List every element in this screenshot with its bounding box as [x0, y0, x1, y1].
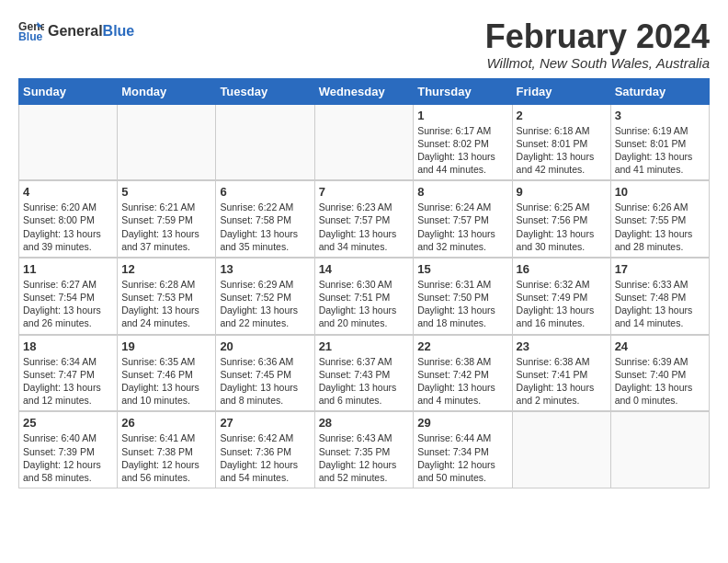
- logo-icon: General Blue: [18, 18, 44, 44]
- day-number: 9: [517, 185, 607, 199]
- day-number: 16: [517, 262, 607, 276]
- calendar-cell: 5Sunrise: 6:21 AM Sunset: 7:59 PM Daylig…: [118, 180, 216, 258]
- day-number: 6: [220, 185, 310, 199]
- day-info: Sunrise: 6:25 AM Sunset: 7:56 PM Dayligh…: [517, 201, 607, 253]
- logo: General Blue GeneralBlue: [18, 18, 134, 44]
- day-number: 15: [417, 262, 507, 276]
- calendar-cell: 16Sunrise: 6:32 AM Sunset: 7:49 PM Dayli…: [512, 258, 610, 335]
- calendar-cell: 3Sunrise: 6:19 AM Sunset: 8:01 PM Daylig…: [610, 104, 709, 180]
- day-number: 10: [615, 185, 705, 199]
- day-info: Sunrise: 6:32 AM Sunset: 7:49 PM Dayligh…: [517, 278, 607, 330]
- day-info: Sunrise: 6:37 AM Sunset: 7:43 PM Dayligh…: [319, 355, 410, 408]
- calendar-cell: [118, 104, 216, 180]
- day-number: 24: [615, 339, 705, 353]
- calendar-week-row: 1Sunrise: 6:17 AM Sunset: 8:02 PM Daylig…: [19, 104, 710, 180]
- logo-blue: Blue: [103, 23, 135, 39]
- day-info: Sunrise: 6:44 AM Sunset: 7:34 PM Dayligh…: [417, 431, 507, 484]
- day-number: 8: [417, 185, 507, 199]
- title-area: February 2024 Willmot, New South Wales, …: [485, 18, 710, 71]
- col-header-wednesday: Wednesday: [314, 78, 414, 104]
- day-info: Sunrise: 6:26 AM Sunset: 7:55 PM Dayligh…: [615, 201, 705, 253]
- calendar-cell: [216, 104, 314, 180]
- day-number: 25: [23, 416, 113, 430]
- calendar-cell: 7Sunrise: 6:23 AM Sunset: 7:57 PM Daylig…: [314, 180, 414, 258]
- day-info: Sunrise: 6:43 AM Sunset: 7:35 PM Dayligh…: [319, 431, 410, 484]
- calendar-cell: [19, 104, 118, 180]
- calendar-cell: 24Sunrise: 6:39 AM Sunset: 7:40 PM Dayli…: [610, 335, 709, 412]
- calendar-cell: 27Sunrise: 6:42 AM Sunset: 7:36 PM Dayli…: [216, 411, 314, 488]
- calendar-cell: 21Sunrise: 6:37 AM Sunset: 7:43 PM Dayli…: [314, 335, 414, 412]
- calendar-cell: [512, 411, 610, 488]
- day-info: Sunrise: 6:36 AM Sunset: 7:45 PM Dayligh…: [220, 355, 310, 408]
- month-year: February 2024: [485, 18, 710, 55]
- day-info: Sunrise: 6:31 AM Sunset: 7:50 PM Dayligh…: [417, 278, 507, 330]
- day-number: 4: [23, 185, 113, 199]
- calendar-cell: 15Sunrise: 6:31 AM Sunset: 7:50 PM Dayli…: [414, 258, 512, 335]
- calendar-week-row: 11Sunrise: 6:27 AM Sunset: 7:54 PM Dayli…: [19, 258, 710, 335]
- col-header-sunday: Sunday: [19, 78, 118, 104]
- col-header-saturday: Saturday: [610, 78, 709, 104]
- day-info: Sunrise: 6:28 AM Sunset: 7:53 PM Dayligh…: [121, 278, 211, 330]
- col-header-friday: Friday: [512, 78, 610, 104]
- page-header: General Blue GeneralBlue February 2024 W…: [18, 18, 710, 71]
- day-info: Sunrise: 6:27 AM Sunset: 7:54 PM Dayligh…: [23, 278, 113, 330]
- calendar-cell: [314, 104, 414, 180]
- day-info: Sunrise: 6:20 AM Sunset: 8:00 PM Dayligh…: [23, 201, 113, 253]
- day-info: Sunrise: 6:24 AM Sunset: 7:57 PM Dayligh…: [417, 201, 507, 253]
- calendar-cell: 12Sunrise: 6:28 AM Sunset: 7:53 PM Dayli…: [118, 258, 216, 335]
- day-info: Sunrise: 6:23 AM Sunset: 7:57 PM Dayligh…: [319, 201, 410, 253]
- col-header-monday: Monday: [118, 78, 216, 104]
- day-number: 2: [517, 109, 607, 122]
- calendar-cell: 6Sunrise: 6:22 AM Sunset: 7:58 PM Daylig…: [216, 180, 314, 258]
- calendar-cell: 25Sunrise: 6:40 AM Sunset: 7:39 PM Dayli…: [19, 411, 118, 488]
- calendar-week-row: 4Sunrise: 6:20 AM Sunset: 8:00 PM Daylig…: [19, 180, 710, 258]
- calendar-cell: 20Sunrise: 6:36 AM Sunset: 7:45 PM Dayli…: [216, 335, 314, 412]
- day-number: 3: [615, 109, 705, 122]
- calendar-cell: 13Sunrise: 6:29 AM Sunset: 7:52 PM Dayli…: [216, 258, 314, 335]
- day-number: 14: [319, 262, 410, 276]
- calendar-cell: 29Sunrise: 6:44 AM Sunset: 7:34 PM Dayli…: [414, 411, 512, 488]
- day-info: Sunrise: 6:19 AM Sunset: 8:01 PM Dayligh…: [615, 124, 705, 177]
- day-number: 18: [23, 339, 113, 353]
- col-header-tuesday: Tuesday: [216, 78, 314, 104]
- day-number: 23: [517, 339, 607, 353]
- calendar-cell: 9Sunrise: 6:25 AM Sunset: 7:56 PM Daylig…: [512, 180, 610, 258]
- day-info: Sunrise: 6:22 AM Sunset: 7:58 PM Dayligh…: [220, 201, 310, 253]
- day-info: Sunrise: 6:40 AM Sunset: 7:39 PM Dayligh…: [23, 431, 113, 484]
- day-number: 21: [319, 339, 410, 353]
- day-number: 27: [220, 416, 310, 430]
- calendar-cell: 26Sunrise: 6:41 AM Sunset: 7:38 PM Dayli…: [118, 411, 216, 488]
- day-number: 5: [121, 185, 211, 199]
- day-number: 22: [417, 339, 507, 353]
- calendar-cell: 11Sunrise: 6:27 AM Sunset: 7:54 PM Dayli…: [19, 258, 118, 335]
- day-number: 26: [121, 416, 211, 430]
- svg-text:Blue: Blue: [18, 30, 43, 43]
- day-info: Sunrise: 6:41 AM Sunset: 7:38 PM Dayligh…: [121, 431, 211, 484]
- location: Willmot, New South Wales, Australia: [485, 55, 710, 71]
- day-info: Sunrise: 6:35 AM Sunset: 7:46 PM Dayligh…: [121, 355, 211, 408]
- day-number: 13: [220, 262, 310, 276]
- day-info: Sunrise: 6:18 AM Sunset: 8:01 PM Dayligh…: [517, 124, 607, 177]
- calendar-table: SundayMondayTuesdayWednesdayThursdayFrid…: [18, 78, 710, 488]
- day-info: Sunrise: 6:39 AM Sunset: 7:40 PM Dayligh…: [615, 355, 705, 408]
- calendar-cell: 28Sunrise: 6:43 AM Sunset: 7:35 PM Dayli…: [314, 411, 414, 488]
- calendar-cell: 2Sunrise: 6:18 AM Sunset: 8:01 PM Daylig…: [512, 104, 610, 180]
- calendar-week-row: 18Sunrise: 6:34 AM Sunset: 7:47 PM Dayli…: [19, 335, 710, 412]
- day-number: 1: [417, 109, 507, 122]
- day-number: 12: [121, 262, 211, 276]
- day-info: Sunrise: 6:21 AM Sunset: 7:59 PM Dayligh…: [121, 201, 211, 253]
- logo-general: General: [48, 23, 103, 39]
- day-info: Sunrise: 6:38 AM Sunset: 7:41 PM Dayligh…: [517, 355, 607, 408]
- calendar-cell: 14Sunrise: 6:30 AM Sunset: 7:51 PM Dayli…: [314, 258, 414, 335]
- day-info: Sunrise: 6:17 AM Sunset: 8:02 PM Dayligh…: [417, 124, 507, 177]
- calendar-cell: 22Sunrise: 6:38 AM Sunset: 7:42 PM Dayli…: [414, 335, 512, 412]
- day-number: 29: [417, 416, 507, 430]
- day-number: 20: [220, 339, 310, 353]
- calendar-cell: 17Sunrise: 6:33 AM Sunset: 7:48 PM Dayli…: [610, 258, 709, 335]
- day-info: Sunrise: 6:42 AM Sunset: 7:36 PM Dayligh…: [220, 431, 310, 484]
- calendar-cell: 4Sunrise: 6:20 AM Sunset: 8:00 PM Daylig…: [19, 180, 118, 258]
- calendar-cell: 8Sunrise: 6:24 AM Sunset: 7:57 PM Daylig…: [414, 180, 512, 258]
- calendar-cell: 23Sunrise: 6:38 AM Sunset: 7:41 PM Dayli…: [512, 335, 610, 412]
- calendar-cell: 10Sunrise: 6:26 AM Sunset: 7:55 PM Dayli…: [610, 180, 709, 258]
- day-info: Sunrise: 6:30 AM Sunset: 7:51 PM Dayligh…: [319, 278, 410, 330]
